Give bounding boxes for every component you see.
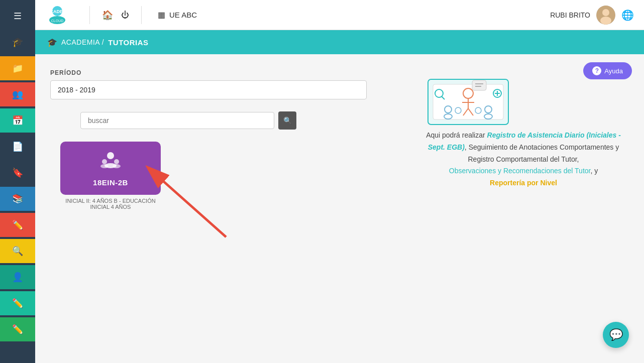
search-submit-icon: 🔍	[283, 116, 292, 125]
search-row: 🔍	[80, 111, 296, 130]
svg-point-7	[107, 152, 114, 159]
breadcrumb-current: TUTORIAS	[108, 38, 148, 47]
search-input[interactable]	[80, 112, 274, 129]
illustration	[418, 74, 518, 130]
sidebar-item-edit-red[interactable]: ✏️	[0, 213, 35, 237]
help-label: Ayuda	[604, 67, 623, 75]
class-card-icon	[99, 152, 122, 173]
sidebar-item-academia[interactable]: 🎓	[0, 30, 35, 54]
svg-text:CLOUD: CLOUD	[51, 19, 64, 23]
info-intro: Aqui podrá realizar	[426, 131, 487, 139]
content-area: ? Ayuda PERÍODO 🔍	[35, 54, 644, 363]
search-icon: 🔍	[12, 246, 23, 257]
sidebar-item-folder[interactable]: 📁	[0, 56, 35, 80]
svg-text:ACADEMI: ACADEMI	[47, 9, 68, 14]
class-card-subtitle: INICIAL II: 4 AÑOS B - EDUCACIÓN INICIAL…	[60, 198, 161, 210]
graduation-icon: 🎓	[12, 37, 23, 48]
sidebar-item-search[interactable]: 🔍	[0, 239, 35, 263]
help-icon: ?	[592, 66, 601, 75]
pencil-red-icon: ✏️	[12, 219, 23, 230]
svg-point-9	[114, 159, 119, 164]
globe-icon[interactable]: 🌐	[621, 9, 634, 21]
folder-icon: 📁	[12, 63, 23, 74]
svg-rect-28	[472, 80, 486, 90]
svg-point-12	[113, 164, 121, 168]
topbar: ACADEMI CLOUD 🏠 ⏻ ▦ UE ABC RUBI BRITO 🌐	[35, 0, 644, 30]
info-link2[interactable]: Observaciones y Recomendaciones del Tuto…	[449, 167, 591, 175]
logo-area: ACADEMI CLOUD	[45, 3, 69, 27]
sidebar-item-book[interactable]: 📚	[0, 187, 35, 211]
pencil-teal-icon: ✏️	[12, 298, 23, 309]
class-card-18ein2b[interactable]: 18EIN-2B	[60, 142, 161, 195]
breadcrumb-prefix: ACADEMIA /	[61, 38, 104, 46]
topbar-divider2	[141, 6, 142, 24]
class-card-name: 18EIN-2B	[93, 178, 128, 187]
ue-label: UE ABC	[169, 11, 197, 19]
svg-point-11	[100, 164, 109, 168]
user-add-icon: 👤	[12, 272, 23, 283]
chat-button[interactable]: 💬	[603, 322, 629, 348]
sidebar-item-bookmark[interactable]: 🔖	[0, 161, 35, 185]
sidebar-item-edit-teal[interactable]: ✏️	[0, 291, 35, 315]
info-text: Aqui podrá realizar Registro de Asistenc…	[418, 130, 629, 189]
topbar-right: RUBI BRITO 🌐	[550, 6, 634, 25]
user-name: RUBI BRITO	[550, 11, 590, 19]
help-button[interactable]: ? Ayuda	[583, 62, 632, 79]
sidebar-item-edit-dark[interactable]: ✏️	[0, 317, 35, 341]
calendar-icon: 📅	[12, 115, 23, 126]
sidebar-item-user-add[interactable]: 👤	[0, 265, 35, 289]
card-area: 18EIN-2B INICIAL II: 4 AÑOS B - EDUCACIÓ…	[55, 142, 398, 210]
document-icon: 📄	[12, 141, 23, 152]
home-button[interactable]: 🏠	[102, 10, 113, 21]
topbar-divider	[89, 6, 90, 24]
sidebar-item-document[interactable]: 📄	[0, 135, 35, 159]
logo-icon: ACADEMI CLOUD	[45, 3, 69, 27]
info-link3[interactable]: Reportería por Nivel	[490, 179, 557, 187]
pencil-dark-icon: ✏️	[12, 324, 23, 335]
sidebar: ☰ 🎓 📁 👥 📅 📄 🔖 📚 ✏️ 🔍 👤 ✏️ ✏️	[0, 0, 35, 363]
book-icon: 📚	[12, 193, 23, 204]
ue-selector[interactable]: ▦ UE ABC	[158, 10, 197, 20]
pointer-arrow	[146, 157, 246, 247]
info-text3: , y	[590, 167, 598, 175]
ue-grid-icon: ▦	[158, 10, 165, 20]
breadcrumb-icon: 🎓	[47, 38, 57, 47]
bars-icon: ☰	[14, 11, 22, 22]
svg-point-6	[600, 17, 611, 25]
avatar[interactable]	[596, 6, 615, 25]
users-icon: 👥	[12, 89, 23, 100]
periodo-input[interactable]	[50, 80, 367, 99]
main-area: ACADEMI CLOUD 🏠 ⏻ ▦ UE ABC RUBI BRITO 🌐	[35, 0, 644, 363]
bookmark-icon: 🔖	[12, 167, 23, 178]
right-panel: Aqui podrá realizar Registro de Asistenc…	[418, 69, 629, 210]
chat-icon: 💬	[609, 328, 623, 341]
search-button[interactable]: 🔍	[278, 111, 296, 130]
left-panel: PERÍODO 🔍	[50, 69, 398, 210]
info-text2: ,	[577, 155, 579, 163]
info-text1: , Seguimiento de Anotaciones Comportamen…	[465, 143, 619, 163]
topbar-nav: 🏠 ⏻	[102, 10, 129, 21]
svg-point-5	[602, 9, 609, 16]
sidebar-item-dashboard[interactable]: ☰	[0, 4, 35, 28]
sidebar-item-users[interactable]: 👥	[0, 82, 35, 106]
svg-point-8	[102, 159, 107, 164]
power-button[interactable]: ⏻	[121, 11, 129, 20]
breadcrumb-bar: 🎓 ACADEMIA / TUTORIAS	[35, 30, 644, 54]
periodo-label: PERÍODO	[50, 69, 398, 76]
sidebar-item-calendar[interactable]: 📅	[0, 108, 35, 133]
svg-line-14	[158, 177, 226, 237]
content-body: PERÍODO 🔍	[50, 69, 629, 210]
